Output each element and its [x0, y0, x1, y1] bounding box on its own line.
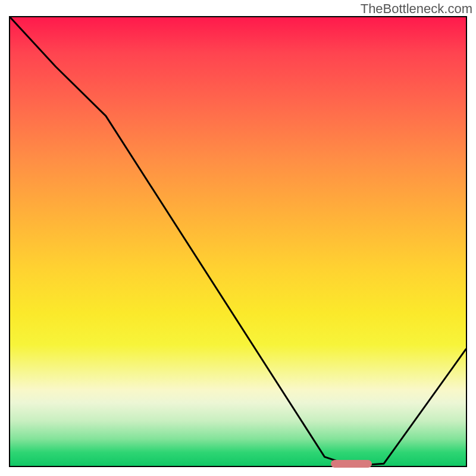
chart-svg — [10, 17, 466, 466]
chart-container: TheBottleneck.com — [0, 0, 476, 476]
data-curve — [10, 17, 466, 466]
watermark-label: TheBottleneck.com — [361, 1, 472, 17]
highlight-marker — [331, 460, 372, 468]
plot-area — [9, 16, 467, 467]
